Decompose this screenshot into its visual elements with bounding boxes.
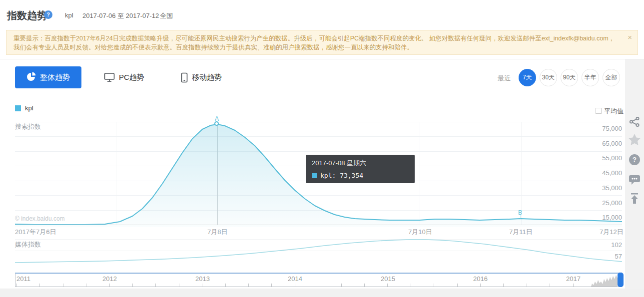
- help-icon-glyph: ?: [629, 154, 640, 165]
- bottom-strip: [0, 289, 644, 297]
- x-axis-tick: 2017年7月6日: [15, 228, 56, 237]
- range-selector-label: 最近: [498, 74, 511, 83]
- x-axis-tick: 7月12日: [600, 228, 624, 237]
- timeline-year: 2016: [473, 275, 488, 283]
- timeline-year: 2017: [566, 275, 581, 283]
- tab-overall-trend[interactable]: 整体趋势: [15, 66, 81, 88]
- timeline-ticks: [15, 284, 622, 287]
- average-checkbox-label: 平均值: [604, 107, 624, 116]
- marker-a-label: A: [215, 115, 219, 122]
- marker-b-label: B: [518, 209, 522, 216]
- x-axis-tick: 7月11日: [509, 228, 533, 237]
- chart-tooltip: 2017-07-08 星期六 kpl: 73,354: [306, 155, 415, 183]
- range-button-90d[interactable]: 90天: [561, 69, 578, 86]
- monitor-icon: [104, 72, 115, 82]
- tab-pc-label: PC趋势: [119, 73, 144, 82]
- tooltip-value: kpl: 73,354: [320, 172, 363, 179]
- notice-text: 重要提示：百度指数于2017年6月24日完成数据策略升级，尽可能还原网民主动搜索…: [13, 34, 621, 52]
- help-icon[interactable]: ?: [628, 153, 642, 167]
- x-axis-tick: 7月10日: [408, 228, 432, 237]
- timeline-year: 2013: [195, 275, 210, 283]
- share-icon[interactable]: [628, 115, 642, 129]
- watermark: © index.baidu.com: [15, 215, 65, 222]
- timeline-mini-chart: [591, 274, 618, 287]
- date-range-label: 2017-07-06 至 2017-07-12: [82, 11, 159, 20]
- timeline-year: 2015: [381, 275, 395, 283]
- timeline-year: 2012: [102, 275, 117, 283]
- notice-banner: 重要提示：百度指数于2017年6月24日完成数据策略升级，尽可能还原网民主动搜索…: [6, 30, 638, 55]
- series-color-swatch: [15, 105, 21, 111]
- favorite-star-icon[interactable]: [628, 133, 642, 147]
- baidu-index-page: 指数趋势 ? kpl 2017-07-06 至 2017-07-12 全国 重要…: [0, 0, 644, 297]
- tooltip-date: 2017-07-08 星期六: [312, 159, 409, 168]
- media-index-line-chart[interactable]: [15, 238, 622, 267]
- tab-overall-label: 整体趋势: [40, 73, 70, 82]
- range-button-all[interactable]: 全部: [603, 69, 620, 86]
- x-axis-tick: 7月8日: [207, 228, 227, 237]
- range-button-7d[interactable]: 7天: [519, 69, 536, 86]
- x-axis-line: [15, 225, 622, 225]
- mobile-phone-icon: [181, 72, 188, 83]
- tooltip-series-swatch: [312, 173, 317, 178]
- media-series-line: [15, 240, 622, 263]
- timeline-year: 2014: [288, 275, 302, 283]
- title-help-icon[interactable]: ?: [44, 10, 52, 19]
- timeline-year: 2011: [16, 275, 30, 283]
- timeline-drag-handle[interactable]: [618, 273, 624, 287]
- range-button-half-year[interactable]: 半年: [582, 69, 599, 86]
- tab-mobile-trend[interactable]: 移动趋势: [181, 66, 222, 88]
- series-legend-label: kpl: [25, 104, 33, 112]
- average-checkbox[interactable]: [596, 108, 602, 114]
- pie-chart-icon: [26, 72, 36, 83]
- keyword-label: kpl: [65, 11, 73, 19]
- notice-close-icon[interactable]: ×: [628, 34, 632, 41]
- feedback-icon[interactable]: [628, 173, 642, 187]
- region-label: 全国: [160, 11, 173, 20]
- page-title: 指数趋势: [7, 9, 47, 22]
- tab-pc-trend[interactable]: PC趋势: [104, 66, 144, 88]
- tab-mobile-label: 移动趋势: [192, 73, 222, 82]
- range-button-30d[interactable]: 30天: [540, 69, 557, 86]
- header-divider: [0, 59, 644, 59]
- back-to-top-icon[interactable]: [628, 192, 642, 206]
